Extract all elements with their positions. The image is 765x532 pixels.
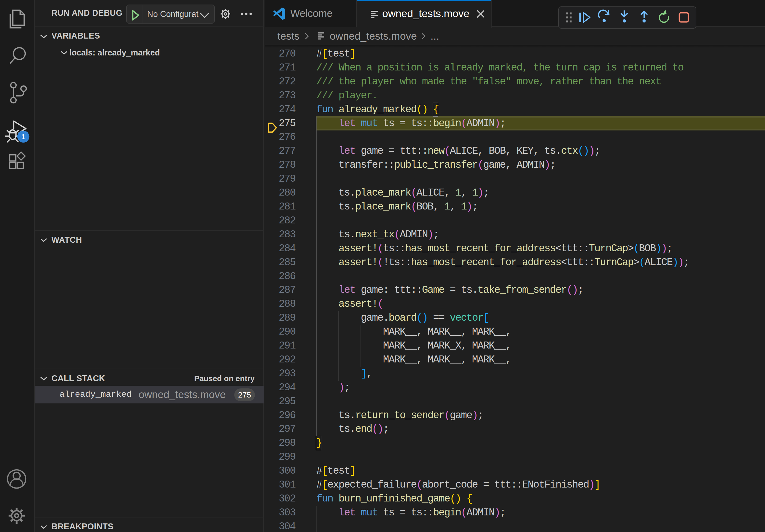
svg-text:1: 1 [21,133,25,141]
